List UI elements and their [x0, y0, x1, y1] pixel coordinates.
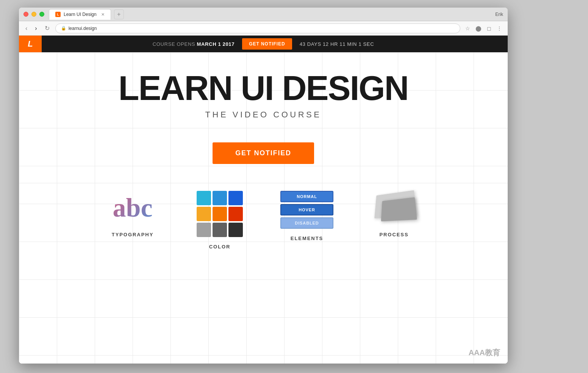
swatch-4	[197, 207, 211, 221]
new-tab-button[interactable]: +	[114, 9, 124, 19]
typography-icon: abc	[106, 191, 159, 225]
countdown-text: 43 DAYS 12 HR 11 MIN 1 SEC	[300, 41, 374, 47]
toolbar-right: ☆ ⬤ ◻ ⋮	[464, 24, 503, 33]
tab-title: Learn UI Design	[64, 12, 97, 17]
watermark: AAA教育	[469, 348, 500, 358]
elements-icon: NORMAL HOVER DISABLED	[280, 191, 333, 229]
swatch-2	[213, 191, 227, 205]
feature-elements: NORMAL HOVER DISABLED ELEMENTS	[263, 191, 350, 250]
tab-favicon: L	[55, 12, 61, 17]
bookmark-icon[interactable]: ☆	[464, 24, 471, 33]
site-logo: L	[19, 36, 42, 52]
announcement-text: COURSE OPENS MARCH 1 2017	[153, 41, 235, 47]
lock-icon: 🔒	[61, 26, 66, 31]
swatch-1	[197, 191, 211, 205]
feature-process: PROCESS	[350, 191, 438, 250]
color-label: COLOR	[209, 244, 231, 250]
close-button[interactable]	[23, 12, 28, 17]
reload-button[interactable]: ↻	[43, 24, 52, 33]
hero-content: LEARN UI DESIGN THE VIDEO COURSE GET NOT…	[19, 52, 508, 164]
announcement-cta-button[interactable]: GET NOTIFIED	[242, 38, 292, 50]
browser-window: L Learn UI Design ✕ + Erik ‹ › ↻ 🔒 learn…	[19, 8, 508, 364]
window-controls	[23, 12, 44, 17]
hero-section: LEARN UI DESIGN THE VIDEO COURSE GET NOT…	[19, 52, 508, 364]
hover-button-demo: HOVER	[280, 204, 333, 215]
title-bar: L Learn UI Design ✕ + Erik	[19, 8, 508, 21]
address-input[interactable]: 🔒 learnui.design	[55, 23, 460, 33]
normal-button-demo: NORMAL	[280, 191, 333, 202]
process-label: PROCESS	[379, 232, 408, 237]
swatch-6	[228, 207, 243, 221]
forward-button[interactable]: ›	[33, 24, 39, 33]
swatch-5	[213, 207, 227, 221]
user-name: Erik	[495, 12, 503, 17]
main-title: LEARN UI DESIGN	[118, 71, 408, 105]
minimize-button[interactable]	[31, 12, 36, 17]
process-shape-front	[381, 197, 417, 222]
website: L COURSE OPENS MARCH 1 2017 GET NOTIFIED…	[19, 36, 508, 364]
browser-tab[interactable]: L Learn UI Design ✕	[49, 9, 111, 20]
tab-close-icon[interactable]: ✕	[101, 12, 105, 17]
menu-icon[interactable]: ⋮	[496, 24, 503, 33]
typography-label: TYPOGRAPHY	[112, 232, 154, 237]
feature-color: COLOR	[176, 191, 263, 250]
swatch-7	[197, 223, 211, 237]
opera-icon[interactable]: ⬤	[474, 24, 483, 33]
features-section: abc TYPOGRAPHY	[19, 183, 508, 261]
subtitle: THE VIDEO COURSE	[205, 110, 322, 120]
disabled-button-demo: DISABLED	[280, 217, 333, 229]
announcement-bar: L COURSE OPENS MARCH 1 2017 GET NOTIFIED…	[19, 36, 508, 52]
shield-icon[interactable]: ◻	[486, 24, 493, 33]
back-button[interactable]: ‹	[23, 24, 29, 33]
hero-cta-button[interactable]: GET NOTIFIED	[213, 142, 314, 164]
address-bar: ‹ › ↻ 🔒 learnui.design ☆ ⬤ ◻ ⋮	[19, 21, 508, 36]
swatch-9	[228, 223, 243, 237]
elements-label: ELEMENTS	[291, 236, 323, 241]
feature-typography: abc TYPOGRAPHY	[89, 191, 176, 250]
color-swatches	[197, 191, 243, 237]
swatch-3	[228, 191, 243, 205]
tab-area: L Learn UI Design ✕ +	[49, 9, 495, 20]
address-text: learnui.design	[69, 26, 97, 31]
process-icon	[368, 191, 421, 225]
maximize-button[interactable]	[39, 12, 44, 17]
swatch-8	[213, 223, 227, 237]
